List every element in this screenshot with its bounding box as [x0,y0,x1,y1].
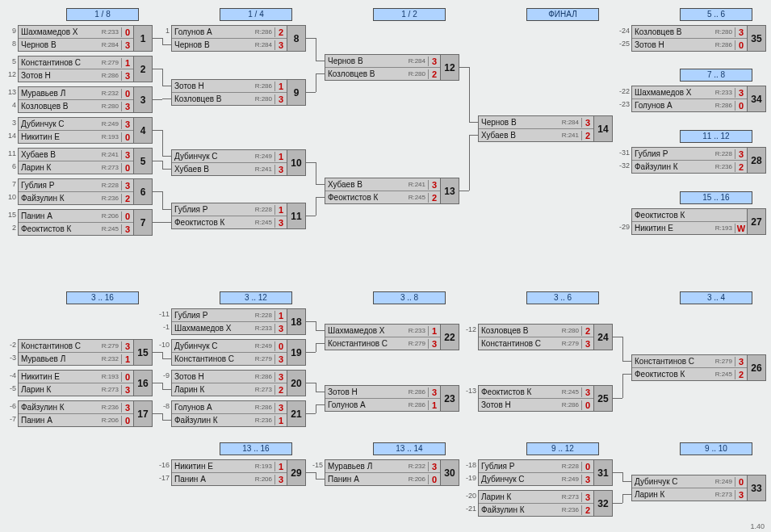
seed-number: -25 [615,40,630,48]
seed-number: -20 [462,492,476,500]
player-rating: R:236 [102,195,121,202]
player-name: Никитин Е [19,132,102,141]
connector-line [316,343,316,352]
seed-number: 7 [2,180,16,188]
player-row: Дубинчук СR:2493 [19,118,133,131]
connector-line [316,197,316,216]
player-score: 1 [121,58,133,68]
connector-line [316,404,316,413]
player-row: Козловцев ВR:2803 [19,100,133,112]
player-row: Козловцев ВR:2802 [325,68,440,80]
player-score: 0 [735,101,747,111]
player-row: Ларин КR:2733 [479,491,593,504]
player-name: Зотов Н [19,71,102,80]
player-name: Никитин Е [172,462,255,471]
connector-line [162,156,172,157]
player-row: Феоктистов КR:2453 [479,386,593,399]
player-score: 0 [735,40,747,50]
player-score: 3 [274,354,287,364]
player-row: Ларин КR:2730 [19,161,133,174]
seed-number: -21 [462,505,476,513]
player-score: 2 [735,162,747,172]
seed-number: -8 [155,402,170,410]
round-header: 3 .. 4 [680,291,752,304]
seed-number: 14 [2,132,16,140]
connector-line [162,420,172,421]
seed-number: -5 [2,384,16,392]
connector-line [316,383,316,392]
connector-line [306,352,316,353]
match-box: Дубинчук СR:2493Никитин ЕR:19304 [18,117,153,144]
player-name: Чернов В [325,57,409,65]
player-name: Феоктистов К [19,224,102,233]
player-score: 0 [121,132,133,142]
player-score: W [735,224,747,233]
player-row: Чернов ВR:2843 [19,39,133,51]
player-score: 2 [581,131,593,140]
seed-number: -16 [155,461,170,469]
player-rating: R:284 [562,119,581,126]
seed-number: -31 [615,149,630,157]
match-box: Панин АR:2060Феоктистов КR:24537 [18,209,153,236]
player-rating: R:193 [715,224,735,232]
player-score: 0 [121,163,133,173]
player-name: Хубаев В [172,165,255,174]
player-rating: R:241 [255,165,274,173]
player-name: Константинов С [325,339,409,348]
match-id: 31 [593,460,612,485]
connector-line [306,216,316,216]
connector-line [153,161,162,161]
player-row: Хубаев ВR:2413 [325,178,440,191]
connector-line [162,161,163,169]
connector-line [316,162,316,184]
player-rating: R:241 [102,151,121,158]
player-row: Константинов СR:2793 [479,337,593,350]
player-score: 3 [121,102,133,111]
player-row: Никитин ЕR:193W [632,222,747,234]
seed-number: -3 [2,354,16,362]
seed-number: 9 [2,27,16,35]
match-box: Феоктистов КНикитин ЕR:193W27 [631,208,766,235]
player-row: Панин АR:2060 [325,473,440,485]
player-row: Файзулин КR:2362 [632,161,747,173]
player-row: Чернов ВR:2843 [479,116,593,129]
round-header: 5 .. 6 [680,8,752,21]
player-score: 1 [274,205,287,215]
match-id: 24 [593,325,612,350]
connector-line [613,398,622,399]
player-rating: R:279 [255,355,274,362]
round-header: 13 .. 16 [220,442,292,455]
connector-line [469,122,479,123]
seed-number: 8 [2,40,16,48]
player-rating: R:249 [255,342,274,350]
player-name: Козловцев В [479,326,562,335]
player-name: Зотов Н [632,40,715,49]
player-score: 3 [735,490,747,500]
match-box: Голунов АR:2862Чернов ВR:28438 [171,25,306,52]
player-name: Ларин К [19,385,102,394]
connector-line [622,494,623,503]
match-id: 18 [287,309,305,334]
player-score: 0 [274,341,287,351]
match-box: Файзулин КR:2363Панин АR:206017 [18,400,153,427]
player-name: Гублия Р [479,462,562,471]
player-row: Шахмамедов ХR:2330 [19,26,133,39]
player-name: Козловцев В [325,69,409,78]
player-row: Гублия РR:2283 [19,179,133,192]
player-rating: R:286 [255,82,274,90]
player-name: Константинов С [19,58,102,67]
connector-line [162,130,163,156]
player-row: Муравьев ЛR:2323 [325,460,440,473]
player-score: 2 [121,194,133,203]
player-row: Зотов НR:2861 [172,80,287,93]
player-score: 1 [121,354,133,364]
match-box: Голунов АR:2863Файзулин КR:236121 [171,400,306,427]
player-name: Козловцев В [19,102,102,111]
player-name: Дубинчук С [19,119,102,128]
connector-line [153,222,162,223]
player-rating: R:236 [255,417,274,424]
match-id: 29 [287,460,305,485]
match-box: Козловцев ВR:2803Зотов НR:286035 [631,25,766,52]
player-row: Гублия РR:2281 [172,203,287,216]
seed-number: -18 [462,461,476,469]
